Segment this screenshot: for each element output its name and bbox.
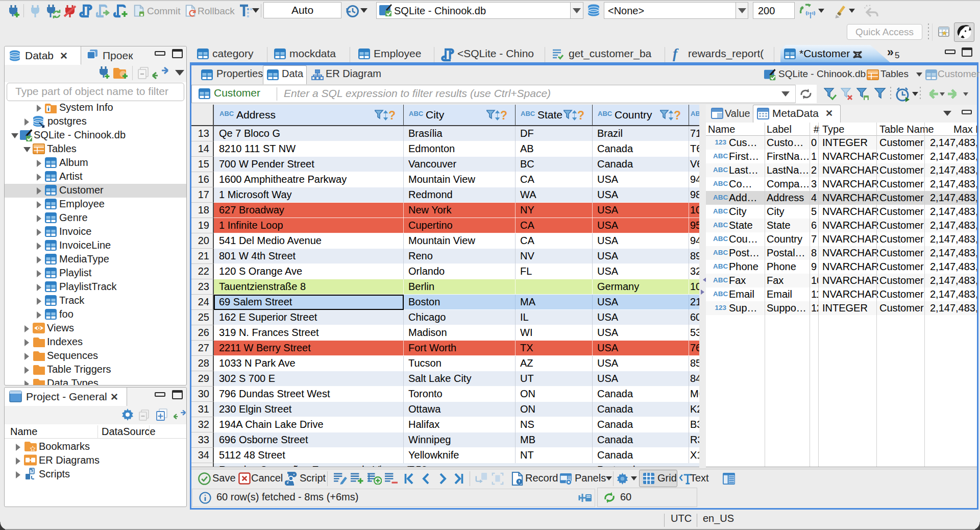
svg-text:?: ? — [388, 110, 396, 121]
svg-text:?: ? — [674, 110, 681, 121]
svg-text:?: ? — [577, 110, 584, 121]
svg-text:?: ? — [500, 110, 507, 121]
